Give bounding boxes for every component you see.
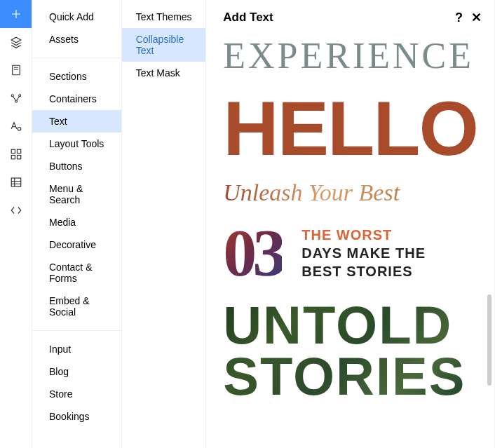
sample-untold-line2: STORIES	[223, 351, 477, 402]
close-icon[interactable]: ✕	[471, 10, 482, 25]
sample-untold-line1: UNTOLD	[223, 300, 477, 351]
cat-quick-add[interactable]: Quick Add	[32, 6, 121, 28]
sub-text-themes[interactable]: Text Themes	[122, 6, 206, 28]
svg-rect-4	[11, 149, 15, 153]
add-icon[interactable]	[0, 0, 32, 28]
help-icon[interactable]: ?	[455, 11, 463, 25]
cat-containers[interactable]: Containers	[32, 88, 121, 110]
sample-03-line2: DAYS MAKE THE	[301, 244, 426, 262]
sample-untold-stories[interactable]: UNTOLD STORIES	[223, 300, 477, 401]
cat-bookings[interactable]: Bookings	[32, 405, 121, 428]
sample-03-number: 03	[223, 223, 282, 283]
svg-rect-5	[17, 149, 20, 153]
svg-rect-0	[12, 65, 20, 75]
left-icon-rail	[0, 0, 32, 448]
cat-input[interactable]: Input	[32, 338, 121, 360]
sub-collapsible-text[interactable]: Collapsible Text	[122, 28, 206, 62]
category-list: Quick Add Assets Sections Containers Tex…	[32, 0, 122, 448]
cat-text[interactable]: Text	[32, 110, 121, 133]
nodes-icon[interactable]	[0, 84, 32, 112]
sample-03-caption: THE WORST DAYS MAKE THE BEST STORIES	[301, 226, 426, 280]
grid-icon[interactable]	[0, 140, 32, 168]
svg-point-1	[11, 95, 13, 97]
cat-sections[interactable]: Sections	[32, 65, 121, 88]
table-icon[interactable]	[0, 168, 32, 196]
sample-03-line3: BEST STORIES	[301, 262, 426, 280]
svg-rect-7	[17, 156, 20, 159]
sample-experience[interactable]: EXPERIENCE	[223, 35, 477, 76]
code-icon[interactable]	[0, 196, 32, 224]
cat-store[interactable]: Store	[32, 383, 121, 405]
scrollbar-thumb[interactable]	[487, 294, 491, 386]
cat-layout-tools[interactable]: Layout Tools	[32, 133, 121, 155]
cat-media[interactable]: Media	[32, 211, 121, 233]
header-actions: ? ✕	[455, 10, 482, 25]
text-samples-gallery[interactable]: EXPERIENCE HELLO Unleash Your Best 03 TH…	[206, 32, 494, 448]
svg-rect-6	[11, 156, 15, 159]
cat-menu-search[interactable]: Menu & Search	[32, 177, 121, 211]
divider	[32, 57, 121, 58]
layers-icon[interactable]	[0, 28, 32, 56]
svg-rect-8	[11, 178, 21, 186]
sample-03-worst[interactable]: 03 THE WORST DAYS MAKE THE BEST STORIES	[223, 223, 477, 283]
cat-contact-forms[interactable]: Contact & Forms	[32, 256, 121, 290]
cat-buttons[interactable]: Buttons	[32, 155, 121, 177]
svg-point-3	[15, 100, 17, 102]
text-style-icon[interactable]	[0, 112, 32, 140]
panel-title: Add Text	[223, 11, 273, 25]
divider	[32, 330, 121, 331]
cat-decorative[interactable]: Decorative	[32, 233, 121, 256]
main-panel: Add Text ? ✕ EXPERIENCE HELLO Unleash Yo…	[206, 0, 494, 448]
subcategory-list: Text Themes Collapsible Text Text Mask	[122, 0, 207, 448]
cat-blog[interactable]: Blog	[32, 360, 121, 383]
cat-embed-social[interactable]: Embed & Social	[32, 290, 121, 323]
page-icon[interactable]	[0, 56, 32, 84]
sample-hello[interactable]: HELLO	[223, 93, 477, 163]
panel-header: Add Text ? ✕	[206, 0, 494, 32]
cat-assets[interactable]: Assets	[32, 28, 121, 50]
sub-text-mask[interactable]: Text Mask	[122, 62, 206, 84]
svg-point-2	[18, 95, 20, 97]
add-panel: Quick Add Assets Sections Containers Tex…	[0, 0, 495, 448]
sample-unleash[interactable]: Unleash Your Best	[223, 179, 477, 206]
sample-03-line1: THE WORST	[301, 226, 426, 244]
